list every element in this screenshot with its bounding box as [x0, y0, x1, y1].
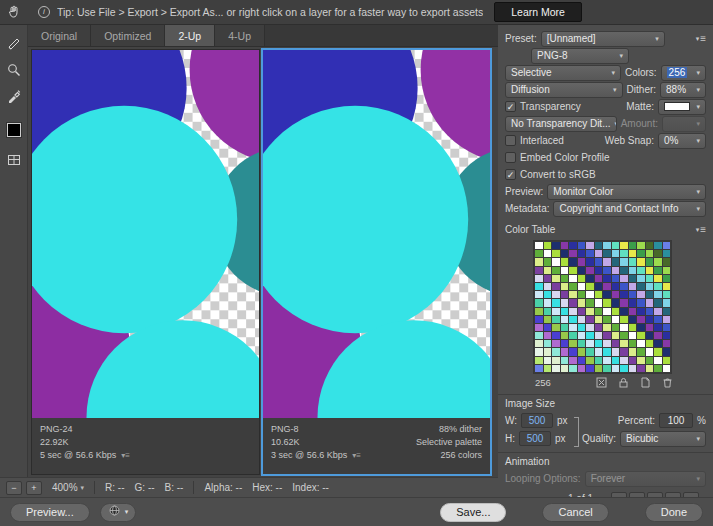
transparency-checkbox[interactable]: ✓	[505, 101, 516, 112]
tab-original[interactable]: Original	[28, 25, 91, 46]
color-swatch[interactable]	[535, 267, 543, 274]
color-swatch[interactable]	[637, 242, 645, 249]
color-swatch[interactable]	[612, 340, 620, 347]
color-swatch[interactable]	[629, 283, 637, 290]
color-swatch[interactable]	[646, 348, 654, 355]
color-swatch[interactable]	[578, 324, 586, 331]
dither-algorithm-select[interactable]: Diffusion▾	[505, 82, 623, 98]
color-swatch[interactable]	[595, 299, 603, 306]
color-swatch[interactable]	[561, 324, 569, 331]
color-swatch[interactable]	[535, 299, 543, 306]
color-swatch[interactable]	[663, 267, 671, 274]
color-swatch[interactable]	[535, 258, 543, 265]
tab-2up[interactable]: 2-Up	[165, 25, 215, 46]
preview-pane-optimized[interactable]: PNG-8 10.62K 3 sec @ 56.6 Kbps▾≡ 88% dit…	[262, 49, 491, 475]
preset-select[interactable]: [Unnamed]▾	[541, 31, 665, 47]
color-swatch[interactable]	[561, 258, 569, 265]
color-swatch[interactable]	[654, 308, 662, 315]
color-swatch[interactable]	[569, 283, 577, 290]
color-swatch[interactable]	[646, 365, 654, 372]
color-swatch[interactable]	[603, 242, 611, 249]
color-swatch[interactable]	[646, 299, 654, 306]
color-swatch[interactable]	[629, 291, 637, 298]
color-swatch[interactable]	[569, 291, 577, 298]
color-swatch[interactable]	[552, 348, 560, 355]
color-swatch[interactable]	[637, 291, 645, 298]
color-swatch[interactable]	[620, 340, 628, 347]
color-swatch[interactable]	[654, 357, 662, 364]
color-swatch[interactable]	[612, 316, 620, 323]
color-swatch[interactable]	[637, 316, 645, 323]
color-swatch[interactable]	[569, 348, 577, 355]
color-swatch[interactable]	[646, 332, 654, 339]
color-swatch[interactable]	[620, 324, 628, 331]
metadata-select[interactable]: Copyright and Contact Info▾	[553, 201, 706, 217]
color-swatch[interactable]	[620, 275, 628, 282]
color-swatch[interactable]	[569, 324, 577, 331]
color-swatch[interactable]	[586, 275, 594, 282]
color-swatch[interactable]	[646, 340, 654, 347]
color-swatch[interactable]	[586, 340, 594, 347]
color-swatch[interactable]	[654, 365, 662, 372]
color-swatch[interactable]	[637, 357, 645, 364]
dither-amount-select[interactable]: 88%▾	[660, 82, 706, 98]
convert-srgb-checkbox[interactable]: ✓	[505, 169, 516, 180]
lock-color-icon[interactable]	[618, 377, 629, 388]
save-button[interactable]: Save...	[440, 503, 506, 522]
color-swatch[interactable]	[552, 308, 560, 315]
color-swatch[interactable]	[612, 357, 620, 364]
color-swatch[interactable]	[629, 365, 637, 372]
color-swatch[interactable]	[535, 332, 543, 339]
color-swatch[interactable]	[561, 283, 569, 290]
color-swatch[interactable]	[586, 291, 594, 298]
link-dimensions-bracket[interactable]	[574, 417, 579, 447]
width-field[interactable]: 500	[521, 413, 553, 428]
color-swatch[interactable]	[663, 348, 671, 355]
percent-field[interactable]: 100	[659, 413, 693, 428]
color-swatch[interactable]	[603, 267, 611, 274]
color-swatch[interactable]	[569, 357, 577, 364]
color-swatch[interactable]	[586, 299, 594, 306]
color-swatch[interactable]	[578, 332, 586, 339]
done-button[interactable]: Done	[645, 503, 703, 522]
color-swatch[interactable]	[561, 291, 569, 298]
color-swatch[interactable]	[544, 316, 552, 323]
color-table-menu-icon[interactable]: ▾≡	[696, 225, 706, 235]
color-swatch[interactable]	[586, 357, 594, 364]
info-menu-icon[interactable]: ▾≡	[352, 449, 361, 462]
color-swatch[interactable]	[646, 308, 654, 315]
color-swatch[interactable]	[578, 316, 586, 323]
color-swatch[interactable]	[552, 365, 560, 372]
color-swatch[interactable]	[603, 275, 611, 282]
zoom-in-button[interactable]: +	[26, 481, 42, 495]
color-swatch[interactable]	[603, 324, 611, 331]
color-swatch[interactable]	[535, 275, 543, 282]
panel-menu-icon[interactable]: ▾≡	[696, 34, 706, 44]
color-swatch[interactable]	[620, 308, 628, 315]
color-swatch[interactable]	[561, 348, 569, 355]
color-swatch[interactable]	[646, 357, 654, 364]
color-swatch[interactable]	[595, 267, 603, 274]
color-swatch[interactable]	[544, 258, 552, 265]
color-swatch[interactable]	[637, 267, 645, 274]
color-swatch[interactable]	[620, 348, 628, 355]
color-swatch[interactable]	[595, 332, 603, 339]
color-swatch[interactable]	[569, 316, 577, 323]
cancel-button[interactable]: Cancel	[542, 503, 608, 522]
color-swatch[interactable]	[620, 267, 628, 274]
color-swatch[interactable]	[603, 340, 611, 347]
foreground-color-swatch[interactable]	[0, 117, 28, 143]
color-swatch[interactable]	[535, 250, 543, 257]
color-swatch[interactable]	[612, 299, 620, 306]
color-swatch[interactable]	[595, 291, 603, 298]
color-swatch[interactable]	[578, 365, 586, 372]
color-swatch[interactable]	[595, 324, 603, 331]
color-swatch[interactable]	[620, 242, 628, 249]
color-swatch[interactable]	[552, 316, 560, 323]
color-swatch[interactable]	[595, 308, 603, 315]
color-swatch[interactable]	[663, 324, 671, 331]
color-swatch[interactable]	[620, 365, 628, 372]
color-swatch[interactable]	[637, 324, 645, 331]
color-swatch[interactable]	[578, 357, 586, 364]
color-swatch[interactable]	[603, 283, 611, 290]
